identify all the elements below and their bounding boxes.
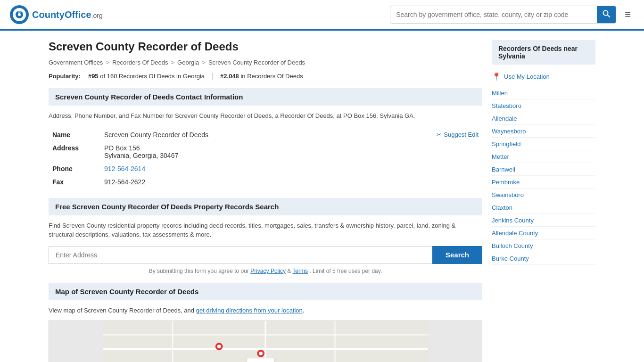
address-search-button[interactable]: Search — [432, 246, 482, 264]
breadcrumb-sep-3: > — [202, 59, 206, 66]
sidebar-links-list: Millen Statesboro Allendale Waynesboro S… — [492, 87, 595, 265]
sidebar-link-barnwell[interactable]: Barnwell — [492, 166, 515, 173]
sidebar-link-allendale[interactable]: Allendale — [492, 115, 517, 122]
form-disclaimer: By submitting this form you agree to our… — [49, 268, 482, 274]
map-section: Map of Screven County Recorder of Deeds … — [49, 283, 482, 362]
sidebar-link-jenkins-county[interactable]: Jenkins County — [492, 217, 534, 224]
name-label: Name — [49, 128, 100, 141]
table-row-name: Name Screven County Recorder of Deeds ✂ … — [49, 128, 482, 141]
sidebar-header: Recorders Of Deeds near Sylvania — [492, 40, 595, 65]
contact-section-intro: Address, Phone Number, and Fax Number fo… — [49, 111, 482, 121]
list-item: Jenkins County — [492, 214, 595, 227]
sidebar-link-bulloch-county[interactable]: Bulloch County — [492, 242, 533, 249]
phone-link[interactable]: 912-564-2614 — [104, 165, 145, 173]
phone-label: Phone — [49, 162, 100, 175]
popularity-rank1: #95 of 160 Recorders Of Deeds in Georgia — [88, 73, 205, 80]
header-search-area: ≡ — [390, 6, 635, 24]
list-item: Metter — [492, 150, 595, 163]
map-description: View map of Screven County Recorder of D… — [49, 306, 482, 315]
sidebar-link-metter[interactable]: Metter — [492, 153, 509, 160]
list-item: Millen — [492, 87, 595, 99]
fax-label: Fax — [49, 175, 100, 189]
svg-point-14 — [259, 352, 263, 355]
header: CountyOffice.org ≡ — [0, 0, 644, 31]
global-search-input[interactable] — [390, 7, 597, 22]
sidebar-link-millen[interactable]: Millen — [492, 90, 508, 97]
fax-value: 912-564-2622 — [100, 175, 482, 189]
sidebar-link-waynesboro[interactable]: Waynesboro — [492, 128, 526, 135]
phone-value: 912-564-2614 — [100, 162, 482, 175]
suggest-edit-button[interactable]: ✂ Suggest Edit — [437, 131, 479, 138]
list-item: Pembroke — [492, 176, 595, 189]
directions-link[interactable]: get driving directions from your locatio… — [196, 307, 303, 314]
contact-section-header: Screven County Recorder of Deeds Contact… — [49, 88, 482, 106]
location-pin-icon: 📍 — [492, 72, 501, 81]
table-row-address: Address PO Box 156 Sylvania, Georgia, 30… — [49, 141, 482, 162]
page-title: Screven County Recorder of Deeds — [49, 40, 482, 53]
sidebar: Recorders Of Deeds near Sylvania 📍 Use M… — [492, 40, 595, 362]
list-item: Statesboro — [492, 99, 595, 112]
address-search-input[interactable] — [49, 246, 432, 264]
popularity-label: Popularity: — [49, 73, 81, 80]
table-row-phone: Phone 912-564-2614 — [49, 162, 482, 175]
list-item: Allendale County — [492, 227, 595, 239]
contact-info-table: Name Screven County Recorder of Deeds ✂ … — [49, 128, 482, 189]
search-icon — [603, 10, 610, 17]
main-container: Screven County Recorder of Deeds Governm… — [39, 31, 605, 362]
sidebar-link-pembroke[interactable]: Pembroke — [492, 179, 520, 186]
global-search-bar — [390, 6, 616, 24]
list-item: Allendale — [492, 112, 595, 125]
svg-point-16 — [217, 345, 221, 348]
sidebar-link-allendale-county[interactable]: Allendale County — [492, 230, 538, 237]
breadcrumb: Government Offices > Recorders Of Deeds … — [49, 59, 482, 66]
breadcrumb-sep-2: > — [171, 59, 174, 66]
use-my-location-link[interactable]: Use My Location — [504, 73, 550, 80]
list-item: Springfield — [492, 138, 595, 150]
content-area: Screven County Recorder of Deeds Governm… — [49, 40, 482, 362]
menu-icon[interactable]: ≡ — [621, 7, 635, 23]
logo-text: CountyOffice.org — [32, 9, 103, 20]
breadcrumb-georgia[interactable]: Georgia — [177, 59, 199, 66]
terms-link[interactable]: Terms — [292, 268, 308, 274]
property-search-header: Free Screven County Recorder Of Deeds Pr… — [49, 198, 482, 215]
map-svg: Sylvania Inn — [49, 321, 482, 362]
map-section-header: Map of Screven County Recorder of Deeds — [49, 283, 482, 300]
map-placeholder: Sylvania Inn — [49, 321, 482, 362]
sidebar-link-statesboro[interactable]: Statesboro — [492, 102, 521, 109]
list-item: Burke County — [492, 252, 595, 265]
global-search-button[interactable] — [597, 6, 616, 23]
list-item: Bulloch County — [492, 239, 595, 252]
address-search-form: Search — [49, 246, 482, 264]
list-item: Waynesboro — [492, 125, 595, 138]
list-item: Barnwell — [492, 163, 595, 176]
popularity-bar: Popularity: #95 of 160 Recorders Of Deed… — [49, 73, 482, 80]
logo: CountyOffice.org — [9, 5, 103, 25]
privacy-policy-link[interactable]: Privacy Policy — [250, 268, 286, 274]
sidebar-link-burke-county[interactable]: Burke County — [492, 255, 529, 262]
list-item: Swainsboro — [492, 189, 595, 201]
sidebar-use-location: 📍 Use My Location — [492, 69, 595, 84]
popularity-rank2: #2,048 in Recorders Of Deeds — [220, 73, 303, 80]
breadcrumb-recorders-of-deeds[interactable]: Recorders Of Deeds — [112, 59, 168, 66]
sidebar-link-swainsboro[interactable]: Swainsboro — [492, 191, 524, 198]
breadcrumb-sep-1: > — [106, 59, 109, 66]
name-value: Screven County Recorder of Deeds ✂ Sugge… — [100, 128, 482, 141]
property-search-description: Find Screven County residential property… — [49, 221, 482, 239]
table-row-fax: Fax 912-564-2622 — [49, 175, 482, 189]
address-label: Address — [49, 141, 100, 162]
list-item: Claxton — [492, 201, 595, 214]
breadcrumb-government-offices[interactable]: Government Offices — [49, 59, 103, 66]
address-value: PO Box 156 Sylvania, Georgia, 30467 — [100, 141, 482, 162]
logo-icon — [9, 5, 29, 25]
breadcrumb-current[interactable]: Screven County Recorder of Deeds — [208, 59, 305, 66]
sidebar-link-springfield[interactable]: Springfield — [492, 140, 520, 148]
suggest-edit-icon: ✂ — [437, 131, 442, 138]
sidebar-link-claxton[interactable]: Claxton — [492, 204, 512, 211]
popularity-divider — [212, 73, 213, 80]
svg-line-5 — [608, 15, 610, 17]
